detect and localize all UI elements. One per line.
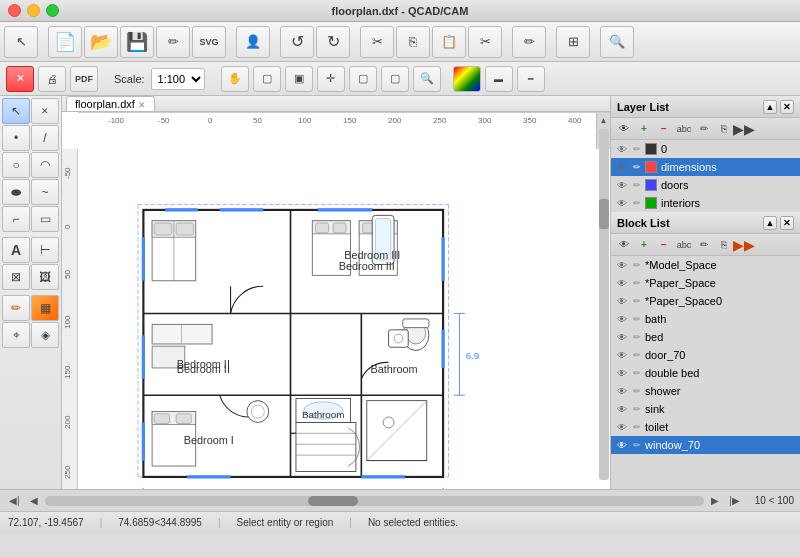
block-remove[interactable]: −: [655, 237, 673, 253]
cross-select-button[interactable]: ▣: [285, 66, 313, 92]
dimension-tool[interactable]: ⊢: [31, 237, 59, 263]
block-item-sink[interactable]: 👁 ✏ sink: [611, 400, 800, 418]
minimize-button[interactable]: [27, 4, 40, 17]
block-list-expand[interactable]: ▲: [763, 216, 777, 230]
select-tool-button[interactable]: ↖: [4, 26, 38, 58]
rect-tool[interactable]: ▭: [31, 206, 59, 232]
block-item-toilet[interactable]: 👁 ✏ toilet: [611, 418, 800, 436]
block-edit[interactable]: ✏: [695, 237, 713, 253]
block-item-paper-space[interactable]: 👁 ✏ *Paper_Space: [611, 274, 800, 292]
close-button[interactable]: [8, 4, 21, 17]
layer-list-expand[interactable]: ▲: [763, 100, 777, 114]
canvas-vscrollbar[interactable]: ▲ ▼: [596, 113, 610, 489]
block-list-collapse[interactable]: ✕: [780, 216, 794, 230]
pan-button[interactable]: ✋: [221, 66, 249, 92]
fill-tool[interactable]: ▦: [31, 295, 59, 321]
block-item-bed[interactable]: 👁 ✏ bed: [611, 328, 800, 346]
page-next[interactable]: ▶: [708, 495, 722, 506]
point-tool[interactable]: •: [2, 125, 30, 151]
block-item-model-space[interactable]: 👁 ✏ *Model_Space: [611, 256, 800, 274]
polyline-tool[interactable]: ⌐: [2, 206, 30, 232]
block-visibility[interactable]: 👁: [615, 237, 633, 253]
file-tab[interactable]: floorplan.dxf ✕: [66, 96, 155, 111]
scroll-up-arrow[interactable]: ▲: [597, 113, 611, 127]
layer-copy[interactable]: ⎘: [715, 121, 733, 137]
layer-add[interactable]: +: [635, 121, 653, 137]
escape-tool[interactable]: ✕: [31, 98, 59, 124]
svg-button[interactable]: SVG: [192, 26, 226, 58]
page-scrollbar[interactable]: [45, 496, 705, 506]
frame-button[interactable]: ▢: [381, 66, 409, 92]
cancel-button[interactable]: ✕: [6, 66, 34, 92]
block-export[interactable]: ▶▶: [735, 237, 753, 253]
layer-rename[interactable]: abc: [675, 121, 693, 137]
print-button[interactable]: 🖨: [38, 66, 66, 92]
maximize-button[interactable]: [46, 4, 59, 17]
save-file-button[interactable]: 💾: [120, 26, 154, 58]
block-add[interactable]: +: [635, 237, 653, 253]
modify-tool[interactable]: ✏: [2, 295, 30, 321]
scale-select[interactable]: 1:100 1:1 1:10 1:50 1:200 1:500: [151, 68, 205, 90]
scroll-thumb[interactable]: [599, 199, 609, 229]
page-scrollthumb[interactable]: [308, 496, 358, 506]
linetype-button[interactable]: ━: [517, 66, 545, 92]
layer-item-dimensions[interactable]: 👁 ✏ dimensions: [611, 158, 800, 176]
block-item-door70[interactable]: 👁 ✏ door_70: [611, 346, 800, 364]
block-item-double-bed[interactable]: 👁 ✏ double bed: [611, 364, 800, 382]
page-prev[interactable]: ◀: [27, 495, 41, 506]
image-tool[interactable]: 🖼: [31, 264, 59, 290]
line-tool[interactable]: /: [31, 125, 59, 151]
layer-eye-dimensions[interactable]: 👁: [615, 162, 629, 173]
copy-button[interactable]: ⎘: [396, 26, 430, 58]
explode-tool[interactable]: ⌖: [2, 322, 30, 348]
zoom-button[interactable]: 🔍: [600, 26, 634, 58]
paste-button[interactable]: 📋: [432, 26, 466, 58]
spline-tool[interactable]: ~: [31, 179, 59, 205]
arc-tool[interactable]: ◠: [31, 152, 59, 178]
block-insert[interactable]: ⎘: [715, 237, 733, 253]
cut-button[interactable]: ✂: [360, 26, 394, 58]
draw-button[interactable]: ✏: [512, 26, 546, 58]
layer-edit[interactable]: ✏: [695, 121, 713, 137]
block-item-shower[interactable]: 👁 ✏ shower: [611, 382, 800, 400]
redo-button[interactable]: ↻: [316, 26, 350, 58]
grid-button[interactable]: ⊞: [556, 26, 590, 58]
tab-close[interactable]: ✕: [138, 100, 146, 110]
rect-select-button[interactable]: ▢: [253, 66, 281, 92]
move-button[interactable]: ✛: [317, 66, 345, 92]
layer-eye-doors[interactable]: 👁: [615, 180, 629, 191]
zoom-fit-button[interactable]: 🔍: [413, 66, 441, 92]
layer-eye-interiors[interactable]: 👁: [615, 198, 629, 209]
snap-tool[interactable]: ◈: [31, 322, 59, 348]
layer-item-interiors[interactable]: 👁 ✏ interiors: [611, 194, 800, 212]
page-last[interactable]: |▶: [726, 495, 743, 506]
user-button[interactable]: 👤: [236, 26, 270, 58]
color-button[interactable]: [453, 66, 481, 92]
hatch-tool[interactable]: ⊠: [2, 264, 30, 290]
pdf-button[interactable]: PDF: [70, 66, 98, 92]
layer-select-all[interactable]: ▶▶: [735, 121, 753, 137]
pointer-tool[interactable]: ↖: [2, 98, 30, 124]
layer-eye-0[interactable]: 👁: [615, 144, 629, 155]
trim-button[interactable]: ✂: [468, 26, 502, 58]
layer-remove[interactable]: −: [655, 121, 673, 137]
edit-button[interactable]: ✏: [156, 26, 190, 58]
view-button[interactable]: ▢: [349, 66, 377, 92]
drawing-canvas[interactable]: Bedroom II Bedroom III Bedroom I Bathroo…: [78, 149, 610, 489]
undo-button[interactable]: ↺: [280, 26, 314, 58]
open-file-button[interactable]: 📂: [84, 26, 118, 58]
layer-item-doors[interactable]: 👁 ✏ doors: [611, 176, 800, 194]
circle-tool[interactable]: ○: [2, 152, 30, 178]
linewidth-button[interactable]: ▬: [485, 66, 513, 92]
text-tool[interactable]: A: [2, 237, 30, 263]
page-first[interactable]: ◀|: [6, 495, 23, 506]
ellipse-tool[interactable]: ⬬: [2, 179, 30, 205]
new-file-button[interactable]: 📄: [48, 26, 82, 58]
block-list-scroll[interactable]: 👁 ✏ *Model_Space 👁 ✏ *Paper_Space 👁 ✏ *P…: [611, 256, 800, 489]
layer-item-0[interactable]: 👁 ✏ 0: [611, 140, 800, 158]
block-item-bath[interactable]: 👁 ✏ bath: [611, 310, 800, 328]
layer-visibility-toggle[interactable]: 👁: [615, 121, 633, 137]
block-item-window70[interactable]: 👁 ✏ window_70: [611, 436, 800, 454]
block-rename[interactable]: abc: [675, 237, 693, 253]
layer-list-collapse[interactable]: ✕: [780, 100, 794, 114]
